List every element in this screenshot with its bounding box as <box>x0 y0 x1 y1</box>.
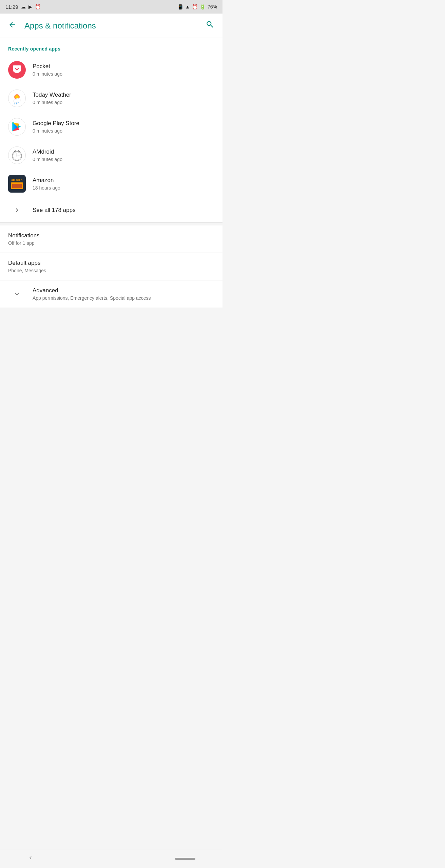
pocket-name: Pocket <box>33 63 62 70</box>
playstore-time: 0 minutes ago <box>33 128 79 134</box>
playstore-name: Google Play Store <box>33 120 79 127</box>
battery-icon: 🔋 <box>200 4 206 9</box>
svg-point-3 <box>13 99 18 103</box>
svg-line-5 <box>16 103 17 104</box>
page-title: Apps & notifications <box>24 21 96 31</box>
status-left: 11:29 ☁ ▶ ⏰ <box>5 4 41 10</box>
amdroid-name: AMdroid <box>33 149 62 155</box>
playstore-info: Google Play Store 0 minutes ago <box>33 120 79 134</box>
svg-point-1 <box>15 95 19 99</box>
app-item-playstore[interactable]: Google Play Store 0 minutes ago <box>0 113 222 141</box>
app-bar-left: Apps & notifications <box>5 18 96 34</box>
weather-info: Today Weather 0 minutes ago <box>33 92 71 105</box>
weather-name: Today Weather <box>33 92 71 98</box>
see-all-apps[interactable]: See all 178 apps <box>0 198 222 222</box>
play-icon: ▶ <box>28 4 32 9</box>
app-bar: Apps & notifications <box>0 14 222 38</box>
svg-line-6 <box>18 102 18 104</box>
section-divider <box>0 223 222 225</box>
default-apps-title: Default apps <box>8 260 46 267</box>
app-item-pocket[interactable]: Pocket 0 minutes ago <box>0 56 222 84</box>
app-item-weather[interactable]: Today Weather 0 minutes ago <box>0 84 222 113</box>
app-item-amazon[interactable]: amazon Amazon 18 hours ago <box>0 170 222 198</box>
status-right: 📳 ▲ ⏰ 🔋 76% <box>177 4 217 9</box>
amazon-icon: amazon <box>8 175 26 193</box>
cloud-icon: ☁ <box>21 4 26 9</box>
svg-line-4 <box>15 103 15 104</box>
pocket-time: 0 minutes ago <box>33 71 62 77</box>
amdroid-icon <box>8 146 26 164</box>
advanced-setting[interactable]: Advanced App permissions, Emergency aler… <box>0 280 222 308</box>
chevron-right-icon <box>8 206 26 214</box>
weather-icon <box>8 90 26 107</box>
app-item-amdroid[interactable]: AMdroid 0 minutes ago <box>0 141 222 170</box>
back-button[interactable] <box>5 18 19 34</box>
pocket-icon <box>8 61 26 79</box>
notifications-subtitle: Off for 1 app <box>8 240 40 246</box>
alarm-icon: ⏰ <box>35 4 41 9</box>
see-all-label: See all 178 apps <box>33 207 76 214</box>
svg-point-11 <box>17 156 18 157</box>
amdroid-time: 0 minutes ago <box>33 157 62 162</box>
advanced-subtitle: App permissions, Emergency alerts, Speci… <box>33 295 151 301</box>
default-apps-subtitle: Phone, Messages <box>8 268 46 273</box>
chevron-down-icon <box>8 290 26 298</box>
weather-time: 0 minutes ago <box>33 100 71 105</box>
vibrate-icon: 📳 <box>177 4 183 9</box>
pocket-info: Pocket 0 minutes ago <box>33 63 62 77</box>
battery-level: 76% <box>208 4 217 9</box>
amazon-name: Amazon <box>33 177 60 184</box>
search-button[interactable] <box>203 17 217 34</box>
notifications-info: Notifications Off for 1 app <box>8 232 40 246</box>
amazon-time: 18 hours ago <box>33 185 60 191</box>
default-apps-setting[interactable]: Default apps Phone, Messages <box>0 253 222 280</box>
advanced-info: Advanced App permissions, Emergency aler… <box>33 287 151 301</box>
status-time: 11:29 <box>5 4 18 10</box>
recently-opened-header: Recently opened apps <box>0 38 222 56</box>
amdroid-info: AMdroid 0 minutes ago <box>33 149 62 162</box>
notifications-title: Notifications <box>8 232 40 239</box>
default-apps-info: Default apps Phone, Messages <box>8 260 46 273</box>
wifi-icon: ▲ <box>185 4 190 9</box>
alarm-clock-icon: ⏰ <box>192 4 198 9</box>
notifications-setting[interactable]: Notifications Off for 1 app <box>0 225 222 253</box>
advanced-title: Advanced <box>33 287 151 294</box>
playstore-icon <box>8 118 26 136</box>
status-bar: 11:29 ☁ ▶ ⏰ 📳 ▲ ⏰ 🔋 76% <box>0 0 222 14</box>
amazon-info: Amazon 18 hours ago <box>33 177 60 191</box>
main-content: Recently opened apps Pocket 0 minutes ag… <box>0 38 222 308</box>
